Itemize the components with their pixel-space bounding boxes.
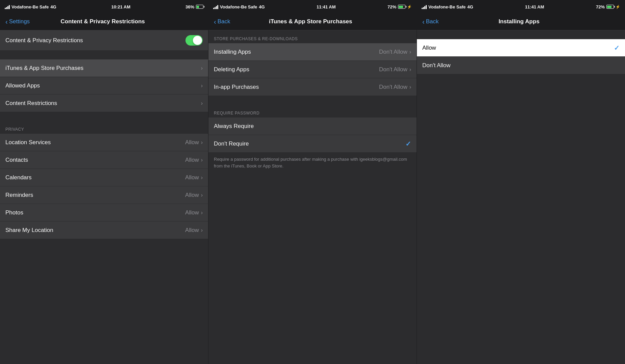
location-value: Allow <box>185 139 199 146</box>
dont-require-check-icon: ✓ <box>405 140 411 148</box>
share-location-value: Allow <box>185 227 199 234</box>
allow-row[interactable]: Allow ✓ <box>417 39 625 57</box>
carrier-label-2: Vodafone-Be Safe <box>220 4 257 9</box>
signal-icon-2 <box>213 4 218 9</box>
location-services-row[interactable]: Location Services Allow › <box>0 134 208 151</box>
group-gap-2 <box>0 112 208 121</box>
allowed-apps-chevron-icon: › <box>201 83 203 89</box>
calendars-chevron-icon: › <box>201 175 203 181</box>
always-require-label: Always Require <box>214 123 411 130</box>
privacy-list: Location Services Allow › Contacts Allow… <box>0 134 208 239</box>
privacy-section-header: PRIVACY <box>0 121 208 134</box>
allow-list: Allow ✓ Don't Allow <box>417 39 625 74</box>
battery-percent: 36% <box>185 4 194 9</box>
panel-installing-apps: Vodafone-Be Safe 4G 11:41 AM 72% ⚡ ‹ Bac… <box>417 0 625 364</box>
panel-itunes-purchases: Vodafone-Be Safe 4G 11:41 AM 72% ⚡ ‹ Bac… <box>208 0 417 364</box>
content-restrictions-chevron-icon: › <box>201 100 203 106</box>
installing-apps-row[interactable]: Installing Apps Don't Allow › <box>208 43 417 61</box>
back-button-1[interactable]: ‹ Settings <box>5 18 30 25</box>
allowed-apps-row[interactable]: Allowed Apps › <box>0 77 208 95</box>
itunes-label: iTunes & App Store Purchases <box>5 65 201 72</box>
inapp-purchases-row[interactable]: In-app Purchases Don't Allow › <box>208 78 417 96</box>
require-password-header: REQUIRE PASSWORD <box>208 105 417 118</box>
dont-allow-label: Don't Allow <box>422 62 620 69</box>
deleting-apps-value: Don't Allow <box>379 66 407 73</box>
contacts-value: Allow <box>185 157 199 163</box>
reminders-row[interactable]: Reminders Allow › <box>0 186 208 204</box>
charging-icon: ⚡ <box>407 5 412 9</box>
content-restrictions-row[interactable]: Content Restrictions › <box>0 95 208 112</box>
share-location-chevron-icon: › <box>201 227 203 233</box>
signal-icon-3 <box>422 4 427 9</box>
content-privacy-toggle[interactable] <box>185 35 203 46</box>
time-label: 10:21 AM <box>111 4 130 9</box>
password-note: Require a password for additional purcha… <box>208 153 417 174</box>
battery-icon <box>196 5 203 9</box>
page-title-1: Content & Privacy Restrictions <box>30 18 176 25</box>
battery-icon-3 <box>606 5 614 9</box>
allow-label: Allow <box>422 45 614 51</box>
installing-apps-value: Don't Allow <box>379 49 407 55</box>
back-button-2[interactable]: ‹ Back <box>214 18 230 25</box>
always-require-row[interactable]: Always Require <box>208 118 417 135</box>
page-title-3: Installing Apps <box>439 18 599 25</box>
main-settings-list: iTunes & App Store Purchases › Allowed A… <box>0 59 208 112</box>
battery-fill-2 <box>399 6 403 8</box>
battery-percent-2: 72% <box>388 4 396 9</box>
network-type-3: 4G <box>467 4 473 9</box>
contacts-row[interactable]: Contacts Allow › <box>0 151 208 169</box>
toggle-thumb <box>193 36 202 45</box>
dont-allow-row[interactable]: Don't Allow <box>417 57 625 74</box>
installing-apps-chevron-icon: › <box>409 49 411 55</box>
deleting-apps-row[interactable]: Deleting Apps Don't Allow › <box>208 61 417 78</box>
battery-fill-3 <box>607 6 611 8</box>
battery-percent-3: 72% <box>596 4 605 9</box>
battery-fill <box>197 6 199 8</box>
installing-apps-label: Installing Apps <box>214 49 379 55</box>
reminders-label: Reminders <box>5 192 185 199</box>
group-gap-1 <box>0 51 208 59</box>
location-chevron-icon: › <box>201 139 203 146</box>
itunes-purchases-row[interactable]: iTunes & App Store Purchases › <box>0 59 208 77</box>
nav-header-2: ‹ Back iTunes & App Store Purchases <box>208 13 417 30</box>
dont-require-label: Don't Require <box>214 140 405 147</box>
store-list: Installing Apps Don't Allow › Deleting A… <box>208 43 417 96</box>
nav-header-1: ‹ Settings Content & Privacy Restriction… <box>0 13 208 30</box>
time-label-3: 11:41 AM <box>525 4 544 9</box>
network-type: 4G <box>50 4 56 9</box>
calendars-row[interactable]: Calendars Allow › <box>0 169 208 186</box>
store-purchases-header: STORE PURCHASES & RE-DOWNLOADS <box>208 30 417 43</box>
inapp-value: Don't Allow <box>379 84 407 90</box>
allowed-apps-label: Allowed Apps <box>5 82 201 89</box>
photos-label: Photos <box>5 209 185 216</box>
inapp-label: In-app Purchases <box>214 84 379 90</box>
reminders-value: Allow <box>185 192 199 199</box>
inapp-chevron-icon: › <box>409 84 411 90</box>
contacts-label: Contacts <box>5 157 185 163</box>
back-label-1: Settings <box>9 18 30 25</box>
content-privacy-toggle-row[interactable]: Content & Privacy Restrictions <box>0 30 208 51</box>
photos-row[interactable]: Photos Allow › <box>0 204 208 222</box>
share-location-label: Share My Location <box>5 227 185 234</box>
reminders-chevron-icon: › <box>201 192 203 198</box>
calendars-value: Allow <box>185 174 199 181</box>
back-button-3[interactable]: ‹ Back <box>422 18 439 25</box>
time-label-2: 11:41 AM <box>317 4 336 9</box>
group-gap-p2 <box>208 96 417 105</box>
deleting-apps-chevron-icon: › <box>409 67 411 73</box>
network-type-2: 4G <box>259 4 265 9</box>
share-location-row[interactable]: Share My Location Allow › <box>0 222 208 239</box>
password-list: Always Require Don't Require ✓ <box>208 118 417 153</box>
content-restrictions-label: Content Restrictions <box>5 100 201 107</box>
calendars-label: Calendars <box>5 174 185 181</box>
charging-icon-3: ⚡ <box>616 5 620 9</box>
battery-icon-2 <box>398 5 405 9</box>
location-label: Location Services <box>5 139 185 146</box>
back-label-2: Back <box>218 18 230 25</box>
photos-chevron-icon: › <box>201 210 203 216</box>
status-bar-1: Vodafone-Be Safe 4G 10:21 AM 36% <box>0 0 208 13</box>
dont-require-row[interactable]: Don't Require ✓ <box>208 135 417 153</box>
signal-icon <box>5 4 10 9</box>
nav-header-3: ‹ Back Installing Apps <box>417 13 625 30</box>
back-chevron-icon-3: ‹ <box>422 18 425 25</box>
